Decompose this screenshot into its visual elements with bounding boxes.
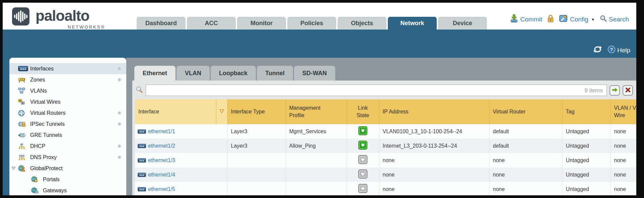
- column-header-link[interactable]: LinkState: [347, 99, 379, 124]
- interface-link[interactable]: ethernet1/5: [148, 186, 175, 192]
- main-area: EthernetVLANLoopbackTunnelSD-WAN 9 items: [126, 58, 636, 195]
- interface-link[interactable]: ethernet1/2: [148, 143, 175, 149]
- column-header-tag[interactable]: Tag: [562, 99, 611, 124]
- svg-text:?: ?: [610, 47, 613, 52]
- sidebar-item-dns-proxy[interactable]: DNSDNS Proxy: [9, 152, 126, 163]
- sidebar-item-zones[interactable]: Zones: [9, 74, 126, 85]
- cell-link-state: [347, 182, 379, 195]
- sort-indicator[interactable]: [216, 99, 227, 124]
- cell-management-profile: [286, 182, 347, 195]
- cell-vlan-virtual-wire: none: [611, 139, 636, 153]
- column-header-vlan[interactable]: VLAN / VWire: [611, 99, 636, 124]
- sidebar-item-gateways[interactable]: Gateways: [9, 185, 126, 195]
- nav-tab-device[interactable]: Device: [438, 17, 487, 30]
- paloalto-logo: paloalto NETWORKS®: [8, 5, 109, 29]
- expand-caret-icon[interactable]: [11, 166, 18, 170]
- portals-icon: [31, 176, 43, 183]
- sidebar-item-globalprotect[interactable]: GlobalProtect: [9, 163, 126, 174]
- sidebar-item-label: Zones: [30, 77, 45, 83]
- sub-header-bar: ? Help: [3, 30, 636, 58]
- filter-search-icon: [136, 86, 143, 95]
- sidebar-item-virtual-wires[interactable]: Virtual Wires: [9, 96, 126, 107]
- link-state-down-icon: [358, 159, 367, 165]
- sidebar-item-ipsec-tunnels[interactable]: IPSec Tunnels: [9, 118, 126, 130]
- lock-icon[interactable]: [547, 14, 554, 24]
- brand-title: paloalto: [35, 7, 89, 24]
- column-header-vr[interactable]: Virtual Router: [489, 99, 562, 124]
- view-tab-ethernet[interactable]: Ethernet: [134, 66, 175, 81]
- sidebar-item-vlans[interactable]: VLANs: [9, 85, 126, 96]
- interface-icon: [138, 143, 148, 149]
- cell-management-profile: [286, 167, 347, 182]
- cell-management-profile: Mgmt_Services: [286, 124, 347, 139]
- interface-icon: [138, 129, 148, 134]
- nav-tab-policies[interactable]: Policies: [287, 17, 336, 30]
- nav-tab-objects[interactable]: Objects: [338, 17, 386, 30]
- cell-link-state: [347, 153, 379, 167]
- sidebar-nav: InterfacesZonesVLANsVirtual WiresVirtual…: [9, 58, 126, 195]
- help-button[interactable]: ? Help: [607, 45, 630, 55]
- cell-virtual-router: none: [489, 153, 562, 167]
- column-header-type[interactable]: Interface Type: [227, 99, 286, 124]
- view-tab-vlan[interactable]: VLAN: [176, 66, 210, 81]
- sidebar-item-label: GRE Tunnels: [30, 132, 62, 138]
- sidebar-item-label: IPSec Tunnels: [30, 121, 65, 127]
- search-button[interactable]: Search: [599, 15, 629, 24]
- interface-link[interactable]: ethernet1/4: [148, 172, 175, 178]
- nav-tab-network[interactable]: Network: [388, 17, 437, 30]
- interface-link[interactable]: ethernet1/1: [148, 129, 175, 134]
- cell-interface-type: Layer3: [227, 139, 286, 153]
- cell-tag: Untagged: [562, 139, 611, 153]
- column-header-ip[interactable]: IP Address: [379, 99, 489, 124]
- cell-interface: ethernet1/4: [135, 167, 227, 182]
- column-header-mgmt[interactable]: ManagementProfile: [286, 99, 347, 124]
- column-header-interface[interactable]: Interface: [135, 99, 216, 124]
- config-button[interactable]: Config ▼: [559, 14, 595, 24]
- sidebar-item-gre-tunnels[interactable]: GRE Tunnels: [9, 130, 126, 141]
- sidebar-item-label: Virtual Routers: [30, 110, 66, 116]
- nav-tab-acc[interactable]: ACC: [187, 17, 236, 30]
- ethernet-panel: 9 items: [132, 81, 636, 195]
- items-count: 9 items: [584, 87, 603, 94]
- nav-tab-monitor[interactable]: Monitor: [237, 17, 286, 30]
- sidebar-item-virtual-routers[interactable]: Virtual Routers: [9, 107, 126, 118]
- sidebar-item-label: DHCP: [30, 143, 45, 149]
- config-icon: [559, 14, 568, 24]
- interfaces-table: InterfaceInterface TypeManagementProfile…: [135, 99, 636, 195]
- commit-button[interactable]: Commit: [510, 14, 542, 24]
- cell-interface-type: [227, 153, 286, 167]
- cell-vlan-virtual-wire: none: [611, 167, 636, 182]
- search-icon: [599, 15, 607, 24]
- commit-icon: [510, 14, 518, 24]
- content-area: InterfacesZonesVLANsVirtual WiresVirtual…: [3, 58, 636, 195]
- sidebar-item-label: GlobalProtect: [30, 165, 63, 171]
- clear-filter-button[interactable]: [623, 85, 633, 96]
- cell-interface-type: [227, 167, 286, 182]
- item-dot: [118, 111, 121, 114]
- sidebar-item-interfaces[interactable]: Interfaces: [9, 63, 126, 74]
- view-tab-sd-wan[interactable]: SD-WAN: [294, 66, 335, 81]
- view-tab-tunnel[interactable]: Tunnel: [257, 66, 293, 81]
- link-state-up-icon: [358, 145, 367, 151]
- cell-interface-type: Layer3: [227, 124, 286, 139]
- cell-interface-type: [227, 182, 286, 195]
- cell-management-profile: Allow_Ping: [286, 139, 347, 153]
- interface-icon: [138, 172, 148, 178]
- cell-link-state: [347, 124, 379, 139]
- sidebar-item-dhcp[interactable]: IPDHCP: [9, 141, 126, 152]
- commit-label: Commit: [520, 16, 542, 23]
- view-tab-loopback[interactable]: Loopback: [211, 66, 256, 81]
- ipsec-tunnels-icon: [18, 121, 30, 127]
- apply-filter-button[interactable]: [610, 85, 620, 96]
- cell-link-state: [347, 139, 379, 153]
- sidebar-item-portals[interactable]: Portals: [9, 174, 126, 185]
- filter-input[interactable]: [146, 85, 607, 96]
- refresh-icon[interactable]: [593, 46, 602, 55]
- sidebar-item-label: Gateways: [43, 188, 67, 194]
- interface-link[interactable]: ethernet1/3: [148, 157, 175, 163]
- table-row: ethernet1/4nonenoneUntaggednone: [135, 167, 636, 182]
- nav-tab-dashboard[interactable]: Dashboard: [137, 17, 186, 30]
- table-row: ethernet1/5nonenoneUntaggednone: [135, 182, 636, 195]
- cell-interface: ethernet1/3: [135, 153, 227, 167]
- gre-tunnels-icon: [18, 133, 30, 138]
